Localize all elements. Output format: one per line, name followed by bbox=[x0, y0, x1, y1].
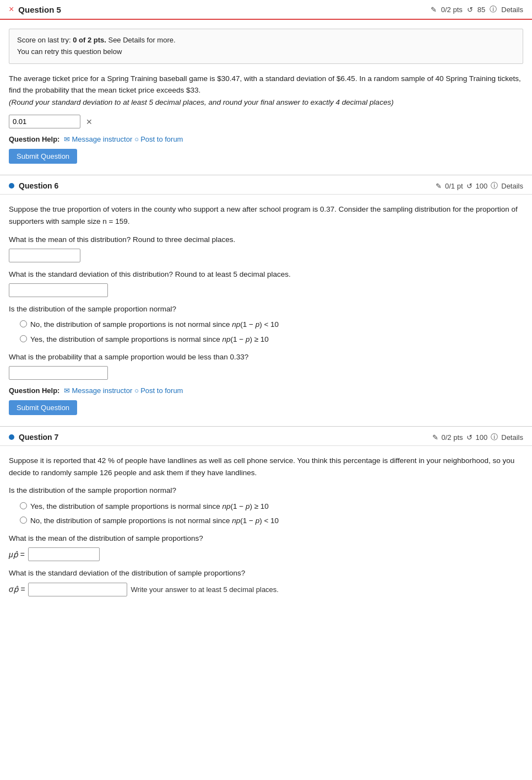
q6-sub3-label: Is the distribution of the sample propor… bbox=[9, 304, 523, 315]
q6-sub1-label: What is the mean of this distribution? R… bbox=[9, 234, 523, 245]
q7-mu-row: μp̂ = bbox=[9, 547, 523, 561]
q7-sub1-label: Is the distribution of the sample propor… bbox=[9, 485, 523, 496]
q7-radio-no-input[interactable] bbox=[20, 517, 27, 524]
q6-post-forum-link[interactable]: ○ Post to forum bbox=[134, 386, 183, 395]
q6-help-row: Question Help: ✉ Message instructor ○ Po… bbox=[9, 386, 523, 395]
question5-title: Question 5 bbox=[18, 5, 61, 14]
q7-edit-icon: ✎ bbox=[432, 433, 438, 442]
info-icon: ⓘ bbox=[490, 4, 497, 14]
q6-envelope-icon: ✉ bbox=[64, 386, 70, 395]
score-suffix: See Details for more. bbox=[106, 36, 176, 44]
q5-message-instructor-link[interactable]: ✉ Message instructor bbox=[64, 135, 132, 143]
q5-forum-label: Post to forum bbox=[140, 135, 183, 143]
q6-radio-no-label: No, the distribution of sample proportio… bbox=[30, 319, 279, 330]
q6-header-right: ✎ 0/1 pt ↺ 100 ⓘ Details bbox=[436, 181, 523, 191]
q6-stddev-input-block bbox=[9, 283, 523, 297]
q6-message-instructor-link[interactable]: ✉ Message instructor bbox=[64, 386, 132, 395]
q6-info-icon: ⓘ bbox=[491, 181, 498, 191]
pts-value: 0/2 pts bbox=[441, 6, 463, 14]
q6-radio-yes: Yes, the distribution of sample proporti… bbox=[20, 334, 523, 345]
q5-post-forum-link[interactable]: ○ Post to forum bbox=[134, 135, 183, 143]
reset-icon: ↺ bbox=[467, 6, 473, 14]
q6-forum-icon: ○ bbox=[134, 386, 139, 395]
q6-body: Suppose the true proportion of voters in… bbox=[9, 203, 523, 227]
q7-attempts: 100 bbox=[476, 433, 488, 442]
q7-body: Suppose it is reported that 42 % of peop… bbox=[9, 455, 523, 478]
question5-header: × Question 5 ✎ 0/2 pts ↺ 85 ⓘ Details bbox=[0, 0, 532, 20]
q6-reset-icon: ↺ bbox=[466, 182, 473, 190]
q6-attempts: 100 bbox=[476, 182, 488, 190]
q6-submit-button[interactable]: Submit Question bbox=[9, 400, 77, 415]
score-line1: Score on last try: 0 of 2 pts. See Detai… bbox=[17, 35, 515, 46]
question7-header-row: Question 7 ✎ 0/2 pts ↺ 100 ⓘ Details bbox=[0, 427, 532, 446]
q7-title: Question 7 bbox=[19, 433, 58, 442]
q6-prob-input-block bbox=[9, 366, 523, 380]
q7-sigma-label: σp̂ = bbox=[9, 585, 25, 594]
q6-header-left: Question 6 bbox=[9, 181, 58, 190]
q6-help-label: Question Help: bbox=[9, 386, 59, 395]
q5-submit-button[interactable]: Submit Question bbox=[9, 149, 77, 164]
q6-sub4-label: What is the probability that a sample pr… bbox=[9, 352, 523, 363]
q7-pts: 0/2 pts bbox=[442, 433, 463, 442]
q7-sub2-label: What is the mean of the distribution of … bbox=[9, 533, 523, 544]
q6-radio-yes-input[interactable] bbox=[20, 335, 27, 342]
q6-prob-input[interactable] bbox=[9, 366, 108, 380]
header-left: × Question 5 bbox=[9, 4, 61, 14]
q7-radio-no-label: No, the distribution of sample proportio… bbox=[30, 515, 279, 526]
close-icon[interactable]: × bbox=[9, 4, 14, 14]
q7-radio-no: No, the distribution of sample proportio… bbox=[20, 515, 523, 526]
question6-section: Suppose the true proportion of voters in… bbox=[0, 195, 532, 426]
details-label: Details bbox=[501, 6, 523, 14]
question5-section: The average ticket price for a Spring Tr… bbox=[0, 64, 532, 175]
question6-header-row: Question 6 ✎ 0/1 pt ↺ 100 ⓘ Details bbox=[0, 175, 532, 195]
q5-help-label: Question Help: bbox=[9, 135, 59, 143]
q7-radio-group: Yes, the distribution of sample proporti… bbox=[20, 501, 523, 527]
question7-section: Suppose it is reported that 42 % of peop… bbox=[0, 446, 532, 596]
q5-clear-button[interactable]: ✕ bbox=[84, 116, 95, 127]
q7-sigma-row: σp̂ = Write your answer to at least 5 de… bbox=[9, 583, 523, 596]
q7-dot bbox=[9, 434, 14, 440]
score-line2: You can retry this question below bbox=[17, 46, 515, 58]
q6-details: Details bbox=[501, 182, 523, 190]
q5-help-row: Question Help: ✉ Message instructor ○ Po… bbox=[9, 135, 523, 143]
q7-details: Details bbox=[501, 433, 523, 442]
q7-sigma-input[interactable] bbox=[28, 583, 127, 596]
q6-title: Question 6 bbox=[19, 181, 58, 190]
q6-radio-yes-label: Yes, the distribution of sample proporti… bbox=[30, 334, 269, 345]
q6-edit-icon: ✎ bbox=[436, 182, 442, 190]
q5-body-p1: The average ticket price for a Spring Tr… bbox=[9, 73, 523, 96]
q7-header-left: Question 7 bbox=[9, 433, 58, 442]
q7-sigma-suffix: Write your answer to at least 5 decimal … bbox=[131, 585, 279, 594]
q5-msg-label: Message instructor bbox=[72, 135, 132, 143]
q5-body-p2: (Round your standard deviation to at lea… bbox=[9, 96, 523, 109]
q7-info-icon: ⓘ bbox=[491, 432, 498, 442]
q7-radio-yes: Yes, the distribution of sample proporti… bbox=[20, 501, 523, 512]
edit-icon: ✎ bbox=[431, 6, 437, 14]
q6-mean-input-block bbox=[9, 249, 523, 262]
q7-body1: Suppose it is reported that 42 % of peop… bbox=[9, 455, 523, 478]
q6-radio-no-input[interactable] bbox=[20, 320, 27, 327]
q7-mean-input[interactable] bbox=[28, 547, 100, 561]
score-bold: 0 of 2 pts. bbox=[73, 36, 106, 44]
q5-answer-row: ✕ bbox=[9, 115, 523, 128]
q7-mu-label: μp̂ = bbox=[9, 550, 25, 559]
q7-radio-yes-label: Yes, the distribution of sample proporti… bbox=[30, 501, 269, 512]
attempts-value: 85 bbox=[477, 6, 485, 14]
q7-radio-yes-input[interactable] bbox=[20, 502, 27, 509]
header-right: ✎ 0/2 pts ↺ 85 ⓘ Details bbox=[431, 4, 523, 14]
q5-answer-input[interactable] bbox=[9, 115, 80, 128]
q6-pts: 0/1 pt bbox=[445, 182, 463, 190]
q6-mean-input[interactable] bbox=[9, 249, 80, 262]
q7-header-right: ✎ 0/2 pts ↺ 100 ⓘ Details bbox=[432, 432, 523, 442]
q6-radio-group: No, the distribution of sample proportio… bbox=[20, 319, 523, 345]
q6-msg-label: Message instructor bbox=[72, 386, 132, 395]
q6-radio-no: No, the distribution of sample proportio… bbox=[20, 319, 523, 330]
q7-sub3-label: What is the standard deviation of the di… bbox=[9, 568, 523, 579]
envelope-icon: ✉ bbox=[64, 135, 70, 143]
q7-reset-icon: ↺ bbox=[466, 433, 473, 442]
q6-stddev-input[interactable] bbox=[9, 283, 108, 297]
q6-dot bbox=[9, 183, 14, 189]
forum-icon: ○ bbox=[134, 135, 139, 143]
q6-body1: Suppose the true proportion of voters in… bbox=[9, 203, 523, 227]
q5-body: The average ticket price for a Spring Tr… bbox=[9, 73, 523, 109]
